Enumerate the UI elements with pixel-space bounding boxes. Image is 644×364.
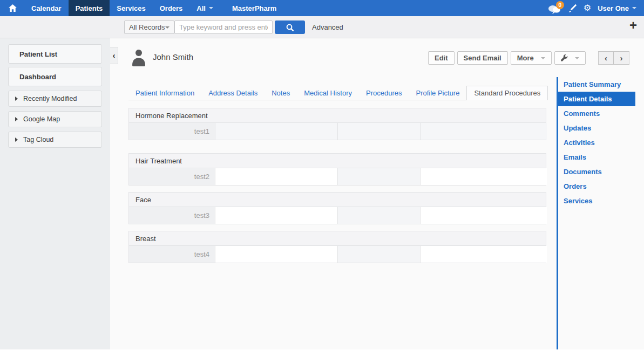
sidebar-item-patient-list[interactable]: Patient List [8, 44, 102, 64]
chevron-down-icon [632, 7, 636, 9]
tab-patient-information[interactable]: Patient Information [128, 86, 201, 100]
search-icon [286, 24, 294, 31]
patient-avatar [131, 49, 146, 66]
tab-procedures[interactable]: Procedures [359, 86, 409, 100]
expand-arrow-icon [15, 117, 18, 121]
nav-item-services[interactable]: Services [110, 0, 153, 16]
field-value [215, 168, 338, 185]
chevron-down-icon [209, 7, 213, 9]
sidebar-item-services[interactable]: Services [558, 194, 635, 208]
home-icon [9, 4, 17, 12]
search-scope-select[interactable]: All Records [124, 20, 174, 34]
more-button[interactable]: More [511, 51, 552, 65]
sidebar-panel-tag-cloud[interactable]: Tag Cloud [8, 132, 102, 148]
home-nav-button[interactable] [0, 0, 24, 16]
section-header[interactable]: Hair Treatment [128, 153, 546, 168]
search-button[interactable] [275, 20, 305, 34]
sidebar-panel-label: Google Map [23, 115, 60, 123]
nav-item-orders[interactable]: Orders [153, 0, 190, 16]
section-row: test2 [128, 168, 546, 186]
field-value [338, 207, 421, 224]
advanced-search-link[interactable]: Advanced [312, 16, 343, 38]
sidebar-item-patient-summary[interactable]: Patient Summary [558, 77, 635, 92]
field-value [421, 246, 547, 263]
sidebar-item-orders[interactable]: Orders [558, 179, 635, 194]
gear-icon: ⚙ [584, 4, 591, 12]
send-email-button[interactable]: Send Email [457, 51, 508, 65]
field-value [421, 123, 547, 140]
tab-notes[interactable]: Notes [265, 86, 297, 100]
page-title: John Smith [153, 52, 193, 61]
user-menu[interactable]: User One [598, 4, 636, 12]
tab-medical-history[interactable]: Medical History [297, 86, 359, 100]
nav-item-patients[interactable]: Patients [69, 0, 110, 16]
field-label: test4 [129, 246, 215, 263]
more-button-label: More [517, 54, 534, 62]
notification-badge: 0 [556, 1, 564, 9]
section-hormone-replacement: Hormone Replacement test1 [128, 108, 546, 140]
record-pager: ‹ › [598, 51, 629, 65]
tab-standard-procedures[interactable]: Standard Procedures [466, 86, 548, 100]
sidebar-item-documents[interactable]: Documents [558, 164, 635, 179]
tools-button[interactable] [554, 51, 586, 65]
nav-item-calendar[interactable]: Calendar [24, 0, 69, 16]
section-header[interactable]: Breast [128, 231, 546, 246]
tab-profile-picture[interactable]: Profile Picture [409, 86, 466, 100]
nav-item-all[interactable]: All [189, 0, 220, 16]
brand-masterpharm[interactable]: MasterPharm [225, 0, 284, 16]
tab-address-details[interactable]: Address Details [201, 86, 265, 100]
record-actions: Edit Send Email More [428, 51, 586, 65]
nav-item-all-label: All [196, 4, 206, 12]
wrench-icon [561, 54, 568, 61]
brush-icon [568, 4, 577, 12]
field-value [338, 168, 421, 185]
field-label: test3 [129, 207, 215, 224]
section-face: Face test3 [128, 192, 546, 224]
chevron-down-icon [541, 57, 545, 59]
field-label: test2 [129, 168, 215, 185]
section-row: test3 [128, 207, 546, 224]
field-value [338, 123, 421, 140]
main-panel: ‹ John Smith Edit Send Email More ‹ › Pa… [110, 38, 644, 349]
field-value [215, 246, 338, 263]
search-input[interactable] [174, 20, 273, 34]
chevron-down-icon [165, 26, 170, 29]
sidebar-panel-label: Recently Modified [23, 95, 77, 102]
record-tabs: Patient Information Address Details Note… [128, 86, 546, 100]
field-value [215, 123, 338, 140]
section-row: test4 [128, 246, 546, 263]
section-row: test1 [128, 123, 546, 140]
collapse-sidebar-button[interactable]: ‹ [110, 47, 118, 64]
search-scope-value: All Records [129, 23, 165, 31]
top-navbar: Calendar Patients Services Orders All Ma… [0, 0, 644, 16]
field-label: test1 [129, 123, 215, 140]
search-bar: All Records Advanced + [0, 16, 644, 38]
section-header[interactable]: Hormone Replacement [128, 108, 546, 123]
previous-record-button[interactable]: ‹ [598, 51, 614, 65]
sidebar-item-patient-details[interactable]: Patient Details [558, 92, 635, 106]
sidebar-panel-google-map[interactable]: Google Map [8, 111, 102, 127]
next-record-button[interactable]: › [614, 51, 629, 65]
sidebar-item-comments[interactable]: Comments [558, 106, 635, 121]
quick-edit-button[interactable] [568, 4, 577, 12]
record-content: Patient Information Address Details Note… [128, 86, 546, 270]
settings-button[interactable]: ⚙ [584, 4, 591, 12]
chevron-down-icon [575, 57, 579, 59]
sidebar-item-dashboard[interactable]: Dashboard [8, 67, 102, 86]
sidebar-panel-label: Tag Cloud [23, 136, 53, 143]
edit-button[interactable]: Edit [428, 51, 455, 65]
notifications-button[interactable]: 0 [548, 3, 562, 14]
navbar-right-group: 0 ⚙ User One [548, 0, 644, 16]
sidebar-item-activities[interactable]: Activities [558, 135, 635, 150]
add-record-button[interactable]: + [629, 19, 637, 32]
section-header[interactable]: Face [128, 192, 546, 207]
field-value [421, 168, 547, 185]
field-value [338, 246, 421, 263]
sidebar-item-updates[interactable]: Updates [558, 121, 635, 135]
user-menu-label: User One [598, 4, 629, 12]
sidebar-item-emails[interactable]: Emails [558, 150, 635, 164]
section-breast: Breast test4 [128, 231, 546, 263]
field-value [215, 207, 338, 224]
sidebar-panel-recently-modified[interactable]: Recently Modified [8, 91, 102, 107]
field-value [421, 207, 547, 224]
